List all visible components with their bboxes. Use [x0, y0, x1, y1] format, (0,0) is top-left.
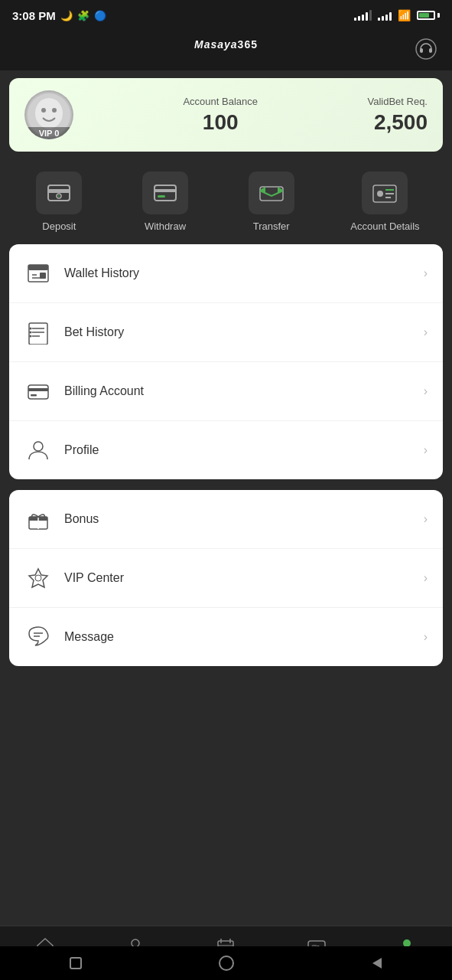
svg-point-0	[416, 39, 436, 59]
svg-rect-15	[154, 185, 176, 201]
billing-account-label: Billing Account	[64, 384, 411, 398]
validbet-label: ValidBet Req.	[367, 96, 428, 107]
svg-point-33	[30, 328, 32, 330]
withdraw-icon	[151, 179, 179, 207]
withdraw-icon-wrap	[142, 172, 188, 214]
quick-actions: Deposit Withdraw Transfer	[0, 159, 452, 244]
signal-icon	[354, 10, 372, 21]
bet-history-icon	[24, 318, 52, 346]
bonus-icon	[24, 505, 52, 533]
account-details-action[interactable]: Account Details	[350, 172, 419, 232]
back-triangle-icon	[369, 956, 385, 971]
wallet-history-item[interactable]: Wallet History ›	[9, 244, 443, 303]
header: Masaya365	[0, 28, 452, 70]
svg-rect-56	[70, 958, 81, 969]
billing-icon	[24, 377, 52, 405]
account-details-icon-wrap	[362, 172, 408, 214]
chevron-right-icon: ›	[424, 512, 428, 526]
circle-icon	[218, 955, 235, 972]
logo: Masaya365	[194, 37, 258, 61]
validbet-section: ValidBet Req. 2,500	[367, 96, 428, 135]
svg-rect-29	[29, 323, 47, 345]
balance-value: 100	[183, 110, 258, 135]
vip-avatar: VIP 0	[24, 90, 73, 139]
support-button[interactable]	[412, 35, 440, 63]
chevron-right-icon: ›	[424, 325, 428, 339]
svg-rect-28	[40, 273, 46, 279]
deposit-label: Deposit	[42, 220, 76, 232]
vip-badge: VIP 0	[24, 90, 73, 139]
status-time: 3:08 PM	[12, 9, 56, 22]
svg-point-13	[58, 195, 60, 197]
status-bar: 3:08 PM 🌙 🧩 🔵 📶	[0, 0, 452, 28]
wallet-history-icon	[24, 260, 52, 287]
chevron-right-icon: ›	[424, 443, 428, 457]
profile-item[interactable]: Profile ›	[9, 421, 443, 479]
svg-point-57	[219, 956, 233, 970]
battery-icon	[417, 11, 440, 20]
bet-history-label: Bet History	[64, 325, 411, 339]
deposit-icon	[45, 179, 73, 207]
facebook-icon: 🔵	[94, 10, 106, 21]
transfer-icon-wrap	[249, 172, 294, 214]
system-square-button[interactable]	[63, 951, 88, 975]
system-nav-bar	[0, 946, 452, 980]
billing-account-item[interactable]: Billing Account ›	[9, 362, 443, 421]
deposit-action[interactable]: Deposit	[32, 172, 86, 232]
menu-section-2: Bonus › VIP Center › Message ›	[9, 490, 443, 666]
svg-point-20	[377, 191, 383, 197]
headset-icon	[415, 38, 437, 60]
chevron-right-icon: ›	[424, 571, 428, 585]
validbet-value: 2,500	[367, 110, 428, 135]
withdraw-action[interactable]: Withdraw	[138, 172, 192, 232]
account-balance-section: Account Balance 100	[183, 96, 258, 135]
vip-info: VIP 0	[24, 90, 73, 139]
vip-center-icon	[24, 564, 52, 592]
vip-center-label: VIP Center	[64, 571, 411, 585]
logo-sup: 365	[238, 38, 258, 51]
status-time-area: 3:08 PM 🌙 🧩 🔵	[12, 9, 106, 22]
svg-rect-11	[48, 189, 70, 193]
svg-point-7	[52, 108, 57, 113]
bet-history-item[interactable]: Bet History ›	[9, 303, 443, 362]
svg-point-35	[30, 335, 32, 338]
moon-icon: 🌙	[60, 10, 73, 21]
svg-rect-1	[420, 48, 423, 53]
svg-rect-25	[28, 265, 48, 270]
extension-icon1: 🧩	[77, 10, 89, 21]
message-label: Message	[64, 630, 411, 644]
bonus-label: Bonus	[64, 512, 411, 526]
system-home-button[interactable]	[214, 951, 239, 975]
svg-text:VIP 0: VIP 0	[39, 129, 60, 138]
svg-rect-37	[28, 388, 48, 391]
withdraw-label: Withdraw	[145, 220, 186, 232]
vip-card: VIP 0 Account Balance 100 ValidBet Req. …	[9, 78, 443, 152]
menu-section-1: Wallet History › Bet History ›	[9, 244, 443, 479]
message-item[interactable]: Message ›	[9, 608, 443, 666]
svg-rect-2	[429, 48, 432, 53]
logo-text: Masaya	[194, 38, 238, 51]
vip-center-item[interactable]: VIP Center ›	[9, 549, 443, 608]
wifi-icon: 📶	[398, 9, 411, 21]
signal-icon2	[378, 10, 392, 21]
chevron-right-icon: ›	[424, 630, 428, 644]
svg-point-6	[41, 108, 46, 113]
svg-point-34	[30, 332, 32, 334]
transfer-action[interactable]: Transfer	[245, 172, 298, 232]
chevron-right-icon: ›	[424, 384, 428, 398]
svg-rect-16	[154, 189, 176, 192]
svg-marker-58	[372, 958, 382, 969]
profile-icon	[24, 436, 52, 464]
chevron-right-icon: ›	[424, 266, 428, 280]
svg-rect-36	[28, 385, 48, 399]
account-details-label: Account Details	[350, 220, 419, 232]
bonus-item[interactable]: Bonus ›	[9, 490, 443, 549]
square-icon	[68, 956, 83, 971]
system-back-button[interactable]	[365, 951, 389, 975]
account-details-icon	[371, 179, 398, 207]
wallet-history-label: Wallet History	[64, 266, 411, 280]
balance-label: Account Balance	[183, 96, 258, 107]
profile-label: Profile	[64, 443, 411, 457]
transfer-icon	[258, 179, 285, 207]
message-icon	[24, 623, 52, 651]
